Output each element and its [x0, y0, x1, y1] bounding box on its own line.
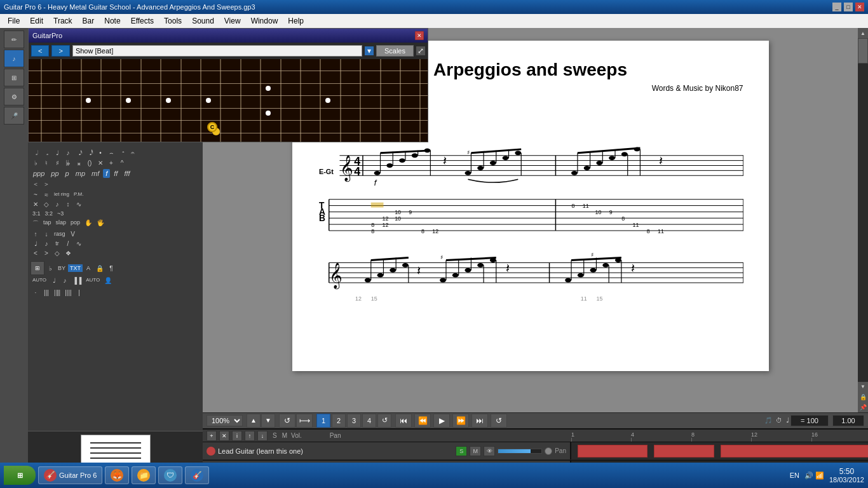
- sym-vibrato[interactable]: ~: [31, 191, 41, 199]
- sym-pm[interactable]: P.M.: [72, 191, 85, 199]
- scroll-track[interactable]: [858, 38, 868, 382]
- sym-let-ring[interactable]: let ring: [52, 191, 71, 199]
- menu-file[interactable]: File: [3, 15, 25, 27]
- sym-bars4[interactable]: ||||: [63, 288, 73, 297]
- sym-tie[interactable]: ⌢: [106, 149, 116, 158]
- sym-dbl-sharp[interactable]: 𝄪: [74, 159, 84, 168]
- sym-dbl-flat[interactable]: 𝄫: [63, 159, 73, 168]
- sym-special2[interactable]: ❖: [63, 249, 73, 257]
- sym-rest[interactable]: 𝄼: [117, 149, 127, 158]
- sym-note3[interactable]: ♩: [49, 276, 59, 285]
- sym-bars[interactable]: ▐▐: [71, 276, 83, 285]
- toolbar-notation-btn[interactable]: ♪: [4, 50, 24, 67]
- menu-track[interactable]: Track: [48, 15, 78, 27]
- track-m-btn[interactable]: M: [470, 446, 481, 456]
- menu-help[interactable]: Help: [283, 15, 309, 27]
- record-btn[interactable]: ↺: [491, 414, 507, 428]
- dyn-pp[interactable]: pp: [48, 169, 61, 178]
- toolbar-settings-btn[interactable]: ⚙: [4, 88, 24, 105]
- taskbar-app-shield[interactable]: 🛡: [158, 466, 182, 484]
- scroll-thumb[interactable]: [858, 38, 868, 64]
- sym-sharp[interactable]: ♯: [52, 159, 62, 168]
- sym-wave[interactable]: ∿: [74, 200, 84, 208]
- move-up-btn[interactable]: ↑: [245, 431, 255, 441]
- sym-dot[interactable]: •: [95, 149, 105, 158]
- goto-end-btn[interactable]: ⏭: [471, 414, 488, 428]
- close-btn[interactable]: ✕: [855, 3, 864, 11]
- window-controls[interactable]: _ □ ✕: [832, 3, 864, 11]
- sym-wave2[interactable]: ∿: [74, 240, 84, 248]
- menu-bar-item[interactable]: Bar: [78, 15, 100, 27]
- sym-trill[interactable]: tr: [52, 240, 62, 248]
- sym-auto[interactable]: AUTO: [31, 276, 48, 285]
- scroll-up-btn[interactable]: ▲: [858, 28, 868, 38]
- sym-key[interactable]: ♭: [45, 264, 55, 273]
- page-2-btn[interactable]: 2: [332, 414, 346, 428]
- sym-natural[interactable]: ♮: [41, 159, 51, 168]
- track-eye-btn[interactable]: 👁: [484, 446, 495, 456]
- page-down-btn[interactable]: ▼: [261, 414, 275, 428]
- sym-fermata[interactable]: 𝄐: [128, 149, 138, 158]
- start-button[interactable]: ⊞: [4, 466, 36, 485]
- page-3-btn[interactable]: 3: [347, 414, 361, 428]
- track-block[interactable]: [721, 445, 868, 458]
- add-track-btn[interactable]: +: [207, 431, 217, 441]
- sym-diamond[interactable]: ◇: [41, 200, 51, 208]
- sym-special1[interactable]: ◇: [52, 249, 62, 257]
- taskbar-app-folder[interactable]: 📁: [132, 466, 156, 484]
- rewind-btn[interactable]: ⏪: [414, 414, 431, 428]
- fretboard-close-btn[interactable]: ✕: [415, 31, 424, 40]
- dyn-mf[interactable]: mf: [89, 169, 102, 178]
- speed-display[interactable]: 1.00: [832, 415, 864, 426]
- goto-start-btn[interactable]: ⏮: [395, 414, 412, 428]
- sym-accent[interactable]: ^: [117, 159, 127, 168]
- page-4-btn[interactable]: 4: [362, 414, 376, 428]
- sym-3-1[interactable]: 3:1: [31, 210, 43, 217]
- dyn-f[interactable]: f: [103, 169, 110, 178]
- sym-3-3[interactable]: ~3: [55, 210, 65, 217]
- menu-view[interactable]: View: [219, 15, 246, 27]
- track-s-btn[interactable]: S: [456, 446, 467, 456]
- sym-txt[interactable]: TXT: [68, 264, 83, 272]
- info-track-btn[interactable]: i: [232, 431, 242, 441]
- menu-effects[interactable]: Effects: [126, 15, 159, 27]
- fretboard-prev-btn[interactable]: <: [31, 45, 49, 57]
- menu-note[interactable]: Note: [99, 15, 125, 27]
- sym-note2[interactable]: ♪: [52, 200, 62, 208]
- sym-decresc[interactable]: ＞: [41, 179, 51, 189]
- sym-para[interactable]: ¶: [106, 264, 116, 273]
- sym-lt[interactable]: <: [31, 249, 41, 257]
- page-1-btn[interactable]: 1: [316, 414, 330, 428]
- grid-tool-btn[interactable]: ⊞: [31, 261, 44, 275]
- sym-trem[interactable]: ≈: [41, 191, 51, 199]
- tuner-icon[interactable]: 🎵: [764, 417, 772, 424]
- menu-sound[interactable]: Sound: [187, 15, 219, 27]
- sym-lock[interactable]: 🔒: [94, 264, 105, 273]
- track-vol-knob[interactable]: [545, 447, 552, 455]
- sym-abc[interactable]: A: [83, 264, 93, 272]
- sym-gt[interactable]: >: [41, 249, 51, 257]
- sym-slide[interactable]: /: [63, 240, 73, 248]
- sym-bars5[interactable]: |: [74, 288, 85, 297]
- sym-half[interactable]: 𝅗: [41, 149, 51, 158]
- loop-btn[interactable]: ↺: [279, 414, 295, 428]
- sym-hand1[interactable]: ✋: [83, 219, 94, 229]
- sym-by[interactable]: BY: [56, 264, 67, 272]
- sym-32nd[interactable]: 𝅘𝅥𝅰: [85, 149, 95, 158]
- sym-v[interactable]: V: [68, 230, 78, 238]
- sym-person[interactable]: 👤: [102, 276, 114, 285]
- sym-bars3[interactable]: |‖|: [52, 288, 62, 297]
- page-loop-btn[interactable]: ↺: [377, 414, 391, 428]
- sym-note4[interactable]: ♪: [60, 276, 70, 285]
- dyn-ff[interactable]: ff: [111, 169, 120, 178]
- sym-whole[interactable]: 𝅗𝅥: [31, 149, 41, 158]
- dyn-ppp[interactable]: ppp: [31, 169, 47, 178]
- toolbar-grid-btn[interactable]: ⊞: [4, 69, 24, 86]
- track-timeline-1[interactable]: [571, 442, 868, 459]
- sym-rasg[interactable]: rasg: [52, 230, 67, 238]
- taskbar-app-guitarpro[interactable]: 🎸 Guitar Pro 6: [38, 466, 102, 484]
- sym-quarter[interactable]: ♩: [52, 149, 62, 158]
- sym-bars2[interactable]: |||: [41, 288, 51, 297]
- toolbar-mic-btn[interactable]: 🎤: [4, 107, 24, 125]
- taskbar-app-firefox[interactable]: 🦊: [105, 466, 129, 484]
